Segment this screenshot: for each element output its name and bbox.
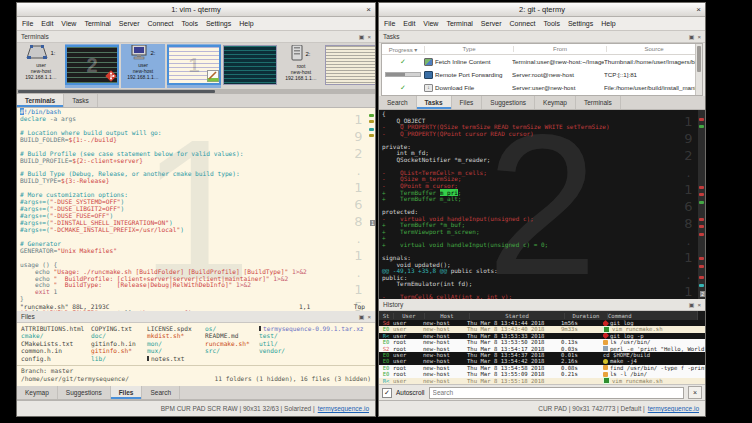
dock-close-icon[interactable]: × bbox=[367, 32, 371, 42]
close-icon[interactable]: × bbox=[696, 3, 701, 16]
history-header-command[interactable]: Command bbox=[608, 313, 705, 319]
tasks-scrollbar[interactable] bbox=[695, 44, 702, 95]
git-terminal[interactable]: 2 192.168.1.152 { Q_OBJECT- Q_PROPERTY(Q… bbox=[379, 110, 705, 299]
dock-float-icon[interactable]: ▣ bbox=[359, 312, 365, 322]
tab-terminals[interactable]: Terminals bbox=[576, 96, 621, 109]
file-entry[interactable]: README.md bbox=[205, 332, 259, 339]
menu-server[interactable]: Server bbox=[481, 20, 502, 27]
menu-server[interactable]: Server bbox=[119, 20, 140, 27]
menu-terminal[interactable]: Terminal bbox=[84, 20, 110, 27]
tab-search[interactable]: Search bbox=[379, 96, 417, 109]
menu-edit[interactable]: Edit bbox=[403, 20, 415, 27]
file-entry[interactable]: termysequence-0.99.1.tar.xz bbox=[259, 325, 375, 332]
tab-terminals[interactable]: Terminals bbox=[17, 94, 64, 107]
tab-tasks[interactable]: Tasks bbox=[64, 94, 98, 107]
menu-help[interactable]: Help bbox=[601, 20, 615, 27]
terminal-thumbnail-2[interactable]: 2 bbox=[65, 44, 119, 88]
history-row[interactable]: R<usernew-hostThu Mar 8 13:55:18 2018vim… bbox=[379, 378, 705, 384]
menu-connect[interactable]: Connect bbox=[509, 20, 535, 27]
file-entry[interactable]: mkdist.sh* bbox=[147, 332, 205, 339]
mark-label: 2 bbox=[700, 291, 705, 297]
scrollbar-thumb[interactable] bbox=[18, 90, 215, 93]
tasks-header-from[interactable]: From bbox=[514, 46, 607, 52]
file-entry[interactable]: doc/ bbox=[91, 332, 147, 339]
termysequence-link[interactable]: termysequence.io bbox=[648, 405, 699, 412]
history-search-input[interactable] bbox=[429, 387, 684, 399]
dock-float-icon[interactable]: ▣ bbox=[359, 32, 365, 42]
scrollbar-thumb[interactable] bbox=[697, 46, 701, 72]
task-row[interactable]: ✓↓Download FileServer:user@new-hostFile:… bbox=[382, 81, 702, 94]
table-corner-icon[interactable] bbox=[697, 311, 705, 320]
file-entry[interactable]: LICENSE.spdx bbox=[147, 325, 205, 332]
dock-float-icon[interactable]: ▣ bbox=[689, 32, 695, 42]
file-entry[interactable]: util/ bbox=[259, 340, 375, 347]
tasks-header-type[interactable]: Type bbox=[425, 46, 514, 52]
menu-view[interactable]: View bbox=[423, 20, 438, 27]
file-entry[interactable]: config.h bbox=[21, 355, 91, 362]
file-entry[interactable]: mux/ bbox=[147, 347, 205, 354]
file-entry[interactable]: gitinfo.sh* bbox=[91, 347, 147, 354]
menu-edit[interactable]: Edit bbox=[41, 20, 53, 27]
file-entry[interactable]: os/ bbox=[205, 325, 259, 332]
file-entry[interactable]: notes.txt bbox=[147, 355, 205, 362]
menu-connect[interactable]: Connect bbox=[147, 20, 173, 27]
history-header-user[interactable]: User bbox=[394, 313, 425, 319]
history-header-host[interactable]: Host bbox=[425, 313, 470, 319]
task-row[interactable]: Remote Port ForwardingServer:root@new-ho… bbox=[382, 68, 702, 81]
tab-files[interactable]: Files bbox=[111, 386, 143, 399]
tasks-header-source[interactable]: Source bbox=[607, 46, 702, 52]
menu-view[interactable]: View bbox=[61, 20, 76, 27]
dock-float-icon[interactable]: ▣ bbox=[689, 300, 695, 310]
titlebar[interactable]: 2: git - qtermy × bbox=[379, 3, 705, 17]
clear-search-icon[interactable]: × bbox=[688, 386, 702, 399]
terminal-thumbnail-1[interactable]: 1:usernew-host192.168.1.1… bbox=[19, 44, 63, 88]
menu-terminal[interactable]: Terminal bbox=[446, 20, 472, 27]
tab-suggestions[interactable]: Suggestions bbox=[482, 96, 535, 109]
tab-keymap[interactable]: Keymap bbox=[535, 96, 576, 109]
dock-close-icon[interactable]: × bbox=[697, 300, 701, 310]
close-icon[interactable]: × bbox=[366, 3, 371, 16]
tasks-header-progress[interactable]: Progress ▾ bbox=[382, 46, 425, 53]
tab-keymap[interactable]: Keymap bbox=[17, 386, 58, 399]
cwd-path[interactable]: /home/user/git/termysequence/ bbox=[21, 375, 129, 383]
menu-file[interactable]: File bbox=[384, 20, 395, 27]
file-entry[interactable]: runcmake.sh* bbox=[205, 340, 259, 347]
menu-help[interactable]: Help bbox=[239, 20, 253, 27]
file-entry[interactable]: lib/ bbox=[91, 355, 147, 362]
tab-search[interactable]: Search bbox=[142, 386, 180, 399]
vim-terminal[interactable]: 1 192.168.1.152 #!/bin/bashdeclare -a ar… bbox=[17, 108, 375, 311]
menu-file[interactable]: File bbox=[22, 20, 33, 27]
menu-tools[interactable]: Tools bbox=[544, 20, 560, 27]
file-entry[interactable]: COPYING.txt bbox=[91, 325, 147, 332]
file-entry[interactable]: gitinfo.h.in bbox=[91, 340, 147, 347]
file-entry[interactable]: src/ bbox=[205, 347, 259, 354]
terminal-thumbnail-6[interactable]: 2:rootnew-host192.168.1.1… bbox=[279, 44, 323, 88]
file-entry[interactable]: CMakeLists.txt bbox=[21, 340, 91, 347]
file-entry[interactable]: mon/ bbox=[147, 340, 205, 347]
termysequence-link[interactable]: termysequence.io bbox=[318, 405, 369, 412]
file-entry[interactable]: vendor/ bbox=[259, 347, 375, 354]
thumbnail-scrollbar[interactable] bbox=[17, 89, 375, 94]
tab-suggestions[interactable]: Suggestions bbox=[58, 386, 111, 399]
tab-tasks[interactable]: Tasks bbox=[417, 96, 452, 109]
file-entry[interactable]: cmake/ bbox=[21, 332, 91, 339]
terminal-thumbnail-4[interactable]: 1 bbox=[167, 44, 221, 88]
terminal-thumbnail-5[interactable] bbox=[223, 44, 277, 88]
history-header-st[interactable]: St bbox=[379, 313, 394, 319]
menu-settings[interactable]: Settings bbox=[568, 20, 593, 27]
file-entry[interactable]: common.h.in bbox=[21, 347, 91, 354]
dock-close-icon[interactable]: × bbox=[367, 312, 371, 322]
history-header-started[interactable]: Started bbox=[470, 313, 565, 319]
menu-tools[interactable]: Tools bbox=[182, 20, 198, 27]
dock-close-icon[interactable]: × bbox=[697, 32, 701, 42]
file-entry[interactable]: test/ bbox=[259, 332, 375, 339]
file-entry[interactable]: ATTRIBUTIONS.html bbox=[21, 325, 91, 332]
tab-files[interactable]: Files bbox=[452, 96, 483, 109]
terminal-thumbnail-7[interactable] bbox=[325, 44, 375, 88]
terminal-thumbnail-3[interactable]: 2:usernew-host192.168.1.1… bbox=[121, 44, 165, 88]
autoscroll-checkbox[interactable]: ✓ bbox=[382, 388, 392, 398]
history-header-duration[interactable]: Duration bbox=[565, 313, 608, 319]
menu-settings[interactable]: Settings bbox=[206, 20, 231, 27]
titlebar[interactable]: 1: vim - qtermy × bbox=[17, 3, 375, 17]
task-row[interactable]: ✓Fetch Inline ContentTerminal:user@new-h… bbox=[382, 55, 702, 68]
